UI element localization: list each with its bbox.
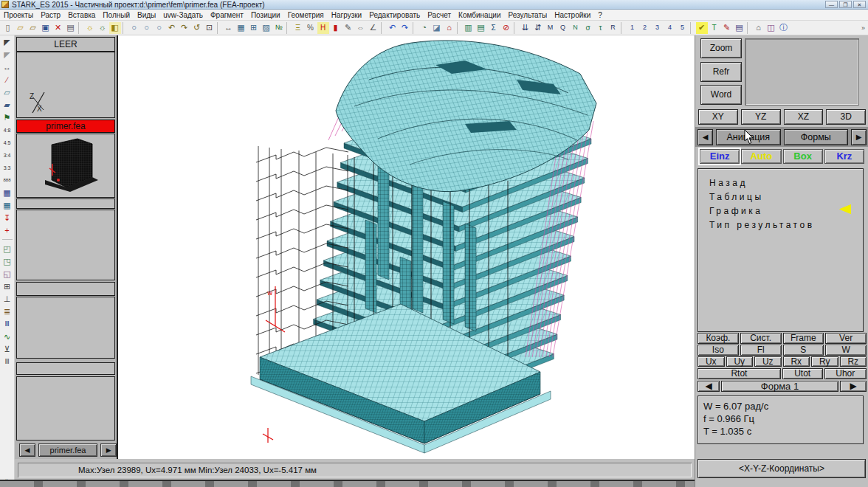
report-icon[interactable]: ▤ bbox=[734, 22, 745, 34]
menu-item[interactable]: Полный bbox=[99, 10, 134, 21]
check-icon[interactable]: ✔ bbox=[696, 22, 708, 34]
save-icon[interactable]: ▣ bbox=[40, 22, 52, 34]
maximize-button[interactable]: ❐ bbox=[839, 1, 852, 8]
no-results-icon[interactable]: ⊘ bbox=[500, 22, 512, 34]
deselect-icon[interactable]: ◤ bbox=[1, 49, 13, 61]
ratio-3-4-icon[interactable]: 3:4 bbox=[1, 150, 13, 162]
view-plane-button[interactable]: 3D bbox=[826, 109, 866, 125]
component-button[interactable]: Uz bbox=[754, 356, 782, 367]
info-icon[interactable]: ⓘ bbox=[778, 22, 790, 34]
active-project-item[interactable]: primer.fea bbox=[16, 120, 115, 133]
menu-item[interactable]: Виды bbox=[134, 10, 159, 21]
result-type-button[interactable]: Коэф. bbox=[698, 333, 739, 344]
edit-red-icon[interactable]: ✎ bbox=[721, 22, 733, 34]
select-icon[interactable]: ◤ bbox=[1, 37, 13, 49]
plane-element-icon[interactable]: ▱ bbox=[1, 87, 13, 99]
result-type-button[interactable]: S bbox=[783, 345, 824, 356]
menu-item[interactable]: uvw-Задать bbox=[159, 10, 207, 21]
view-plane-button[interactable]: XY bbox=[698, 109, 738, 125]
component-button[interactable]: Uy bbox=[726, 356, 754, 367]
delete-icon[interactable]: ✕ bbox=[52, 22, 64, 34]
building-red-icon[interactable]: ⌂ bbox=[444, 22, 455, 34]
zoom-window-icon[interactable]: ○ bbox=[128, 22, 140, 34]
region-icon[interactable]: ◱ bbox=[1, 269, 13, 280]
total-button[interactable]: Uhor bbox=[824, 368, 867, 379]
menu-item[interactable]: Фрагмент bbox=[207, 10, 247, 21]
component-button[interactable]: Rx bbox=[783, 356, 810, 367]
view-plane-button[interactable]: XZ bbox=[784, 109, 824, 125]
mesh-view-icon[interactable]: ▦ bbox=[235, 22, 247, 34]
case-1-icon[interactable]: 1 bbox=[627, 22, 638, 34]
result-deform-icon[interactable]: ⇊ bbox=[520, 22, 531, 34]
case-4-icon[interactable]: 4 bbox=[664, 22, 676, 34]
results-menu-item[interactable]: Назад bbox=[709, 176, 863, 190]
angle-icon[interactable]: ∠ bbox=[368, 22, 379, 34]
support-icon[interactable]: Ⅲ bbox=[1, 319, 13, 331]
result-stress-icon[interactable]: σ bbox=[582, 22, 594, 34]
view-plane-button[interactable]: YZ bbox=[741, 109, 781, 125]
wave-icon[interactable]: ∿ bbox=[1, 331, 13, 343]
menu-item[interactable]: Комбинации bbox=[455, 10, 504, 21]
ratio-4-5-icon[interactable]: 4:5 bbox=[1, 137, 13, 149]
undo-icon[interactable]: ↶ bbox=[387, 22, 399, 34]
zoom-button[interactable]: Zoom bbox=[700, 38, 742, 58]
zoom-out-icon[interactable]: ○ bbox=[154, 22, 165, 34]
section-icon[interactable]: Ξ bbox=[292, 22, 304, 34]
display-mode-button[interactable]: Auto bbox=[741, 149, 781, 164]
result-type-button[interactable]: Iso bbox=[698, 345, 739, 356]
menu-item[interactable]: Вставка bbox=[64, 10, 99, 21]
project-file-tab[interactable]: primer.fea bbox=[38, 443, 98, 457]
display-mode-button[interactable]: Krz bbox=[824, 149, 864, 164]
menu-item[interactable]: Результаты bbox=[505, 10, 551, 21]
results-menu-item[interactable]: Тип результатов bbox=[709, 218, 863, 232]
menu-item[interactable]: ? bbox=[594, 10, 606, 21]
stairs-icon[interactable]: ≣ bbox=[1, 306, 13, 318]
numbering-icon[interactable]: № bbox=[273, 22, 285, 34]
redo-icon[interactable]: ↷ bbox=[399, 22, 411, 34]
form-prev-button[interactable]: ◀ bbox=[698, 381, 720, 392]
minimize-button[interactable]: — bbox=[825, 1, 838, 8]
form-selector[interactable]: Форма 1 bbox=[721, 381, 838, 392]
refresh-button[interactable]: Refr bbox=[700, 62, 742, 82]
case-2-icon[interactable]: 2 bbox=[639, 22, 651, 34]
total-button[interactable]: Utot bbox=[782, 368, 823, 379]
result-screen-icon[interactable]: ▥ bbox=[463, 22, 475, 34]
move-node-icon[interactable]: ↔ bbox=[1, 62, 13, 74]
view-next-icon[interactable]: ↷ bbox=[179, 22, 190, 34]
paste-element-icon[interactable]: ◳ bbox=[1, 256, 13, 268]
solid-element-icon[interactable]: ▰ bbox=[1, 100, 13, 111]
percent-icon[interactable]: % bbox=[305, 22, 317, 34]
result-react-icon[interactable]: R bbox=[607, 22, 619, 34]
menu-item[interactable]: Нагрузки bbox=[328, 10, 365, 21]
new-file-icon[interactable]: ▯ bbox=[2, 22, 14, 34]
component-button[interactable]: Rz bbox=[840, 356, 867, 367]
material-icon[interactable]: T bbox=[709, 22, 720, 34]
protractor-icon[interactable]: ◔ bbox=[418, 22, 430, 34]
axis-icon[interactable]: ⊥ bbox=[1, 294, 13, 305]
ratio-4-8-icon[interactable]: 4:8 bbox=[1, 125, 13, 137]
select-plane-icon[interactable]: ◪ bbox=[431, 22, 443, 34]
result-force-icon[interactable]: ⇵ bbox=[532, 22, 544, 34]
view-prev-icon[interactable]: ↶ bbox=[166, 22, 178, 34]
result-type-button[interactable]: Сист. bbox=[740, 333, 782, 344]
table-icon[interactable]: ▦ bbox=[1, 187, 13, 199]
zoom-in-icon[interactable]: ○ bbox=[141, 22, 153, 34]
toolbar-overflow-icon[interactable]: » bbox=[861, 24, 865, 32]
load-free-icon[interactable]: + bbox=[1, 225, 13, 237]
display-mode-button[interactable]: Box bbox=[783, 149, 823, 164]
grid-plus-icon[interactable]: ⊞ bbox=[248, 22, 260, 34]
animation-button[interactable]: Анимация bbox=[716, 129, 781, 145]
case-5-icon[interactable]: 5 bbox=[677, 22, 689, 34]
xyz-coordinates-button[interactable]: <X-Y-Z-Координаты> bbox=[698, 459, 866, 478]
lamp-off-icon[interactable]: ☼ bbox=[97, 22, 108, 34]
draw-icon[interactable]: ✎ bbox=[342, 22, 354, 34]
menu-item[interactable]: Геометрия bbox=[284, 10, 328, 21]
fill-red-icon[interactable]: ▮ bbox=[330, 22, 342, 34]
project-next-button[interactable]: ▶ bbox=[100, 443, 117, 457]
menu-item[interactable]: Позиции bbox=[247, 10, 284, 21]
raster-icon[interactable]: ⊞ bbox=[1, 281, 13, 293]
form-next-button[interactable]: ▶ bbox=[840, 381, 867, 392]
pan-icon[interactable]: ↔ bbox=[223, 22, 235, 34]
line-icon[interactable]: ∕ bbox=[1, 75, 13, 86]
lamp-on-icon[interactable]: ☼ bbox=[84, 22, 96, 34]
